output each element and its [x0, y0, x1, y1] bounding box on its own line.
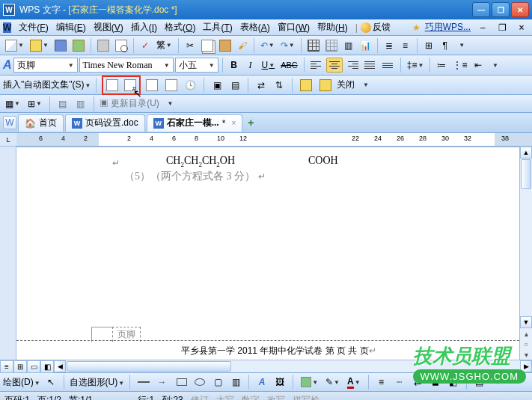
insert-page-number-button[interactable] [104, 78, 120, 93]
save-button[interactable] [52, 38, 69, 53]
print-button[interactable] [95, 38, 111, 53]
bullet-list-button[interactable]: ⋮≡ [450, 58, 469, 73]
vertical-ruler[interactable] [0, 147, 16, 360]
show-previous-button[interactable] [298, 78, 314, 93]
arrow-tool-button[interactable] [155, 375, 171, 390]
traditional-button[interactable]: 繁▼ [154, 38, 174, 53]
line-spacing-button[interactable]: ‡≡▼ [405, 58, 426, 73]
menu-tools[interactable]: 工具(T) [200, 20, 235, 34]
status-num[interactable]: 数字 [242, 394, 260, 401]
link-previous-button[interactable]: ⇄ [254, 78, 269, 93]
columns-button[interactable]: ▥ [341, 38, 356, 53]
show-grid-button[interactable] [323, 38, 340, 53]
workspace-button[interactable] [70, 38, 87, 53]
menu-help[interactable]: 帮助(H) [314, 20, 351, 34]
switch-hf-button[interactable]: ⇅ [272, 78, 287, 93]
font-combo[interactable]: Times New Roman▼ [79, 58, 174, 73]
menu-file[interactable]: 文件(F) [16, 20, 51, 34]
open-button[interactable]: ▼ [28, 38, 51, 53]
mdi-restore-button[interactable]: ❐ [495, 20, 510, 35]
dash-style-button[interactable]: ┈ [392, 375, 407, 390]
insert-autotext-label[interactable]: 插入"自动图文集"(S)▼ [3, 79, 91, 91]
textbox-tool-button[interactable]: ▢ [210, 375, 225, 390]
align-center-button[interactable] [326, 58, 343, 73]
wps-tip-link[interactable]: 巧用WPS... [425, 21, 471, 34]
status-track[interactable]: 修订 [191, 394, 209, 401]
font-color-button[interactable]: A▼ [345, 375, 363, 390]
3d-button[interactable]: ◧ [446, 375, 461, 390]
view-normal-button[interactable]: ≡ [0, 360, 13, 373]
vertical-scrollbar[interactable]: ▲ ▼ ▴ ○ ▾ [519, 147, 532, 360]
drawing-more-button[interactable]: ▼ [490, 375, 505, 390]
show-next-button[interactable] [317, 78, 334, 93]
view-outline-button[interactable]: ⊞ [13, 360, 27, 373]
formatting-more-button[interactable]: ▼ [487, 58, 502, 73]
paste-button[interactable] [217, 38, 233, 53]
align-right-button[interactable] [344, 58, 361, 73]
show-marks-button[interactable]: ¶ [438, 38, 453, 53]
font-size-combo[interactable]: 小五▼ [175, 58, 218, 73]
toc-btn-2[interactable]: ⊞▼ [25, 96, 44, 111]
print-preview-button[interactable] [113, 38, 129, 53]
bold-button[interactable]: B [227, 58, 242, 73]
insert-table-button[interactable] [305, 38, 322, 53]
next-page-button[interactable]: ▾ [520, 349, 532, 360]
fill-color-button[interactable]: ▼ [299, 375, 320, 390]
hscroll-right-button[interactable]: ▶ [520, 360, 532, 372]
rect-tool-button[interactable] [174, 375, 189, 390]
doc-menu-icon[interactable]: W [3, 22, 11, 33]
minimize-button[interactable]: — [472, 2, 490, 17]
insert-date-button[interactable] [163, 78, 180, 93]
select-objects-button[interactable]: ↖ [43, 375, 58, 390]
align-justify-button[interactable] [362, 58, 379, 73]
menu-view[interactable]: 视图(V) [91, 20, 126, 34]
outline-l2-button[interactable]: ≡ [398, 38, 413, 53]
status-caps[interactable]: 大写 [216, 394, 234, 401]
browse-object-button[interactable]: ○ [520, 339, 532, 349]
scroll-down-button[interactable]: ▼ [520, 316, 532, 328]
scroll-up-button[interactable]: ▲ [520, 147, 532, 159]
close-hf-button[interactable]: 关闭 [337, 79, 355, 91]
hscroll-left-button[interactable]: ◀ [54, 360, 66, 372]
number-list-button[interactable]: ≔ [434, 58, 449, 73]
tab-home[interactable]: 🏠 首页 [18, 114, 64, 132]
copy-button[interactable] [199, 38, 215, 53]
oval-tool-button[interactable] [192, 375, 207, 390]
status-ovr[interactable]: 改写 [267, 394, 285, 401]
wordart-button[interactable]: A [254, 375, 269, 390]
menu-edit[interactable]: 编辑(E) [53, 20, 89, 34]
document-page[interactable]: ↵ CH2CH2CH2OH COOH （5）（两个方程式各 3 分） ↵ 页脚 … [16, 147, 519, 360]
vscroll-thumb[interactable] [521, 159, 531, 189]
line-tool-button[interactable] [135, 375, 152, 390]
new-doc-button[interactable]: ▼ [3, 38, 26, 53]
align-distribute-button[interactable] [380, 58, 397, 73]
insert-chart-button[interactable]: 📊 [358, 38, 373, 53]
toolbar-more-button[interactable]: ▼ [454, 38, 469, 53]
menu-insert[interactable]: 插入(I) [128, 20, 160, 34]
arrow-style-button[interactable]: ⇄ [410, 375, 425, 390]
underline-button[interactable]: U▼ [260, 58, 278, 73]
view-web-button[interactable]: ◧ [40, 360, 54, 373]
cut-button[interactable]: ✂ [183, 38, 198, 53]
menu-table[interactable]: 表格(A) [237, 20, 273, 34]
style-combo[interactable]: 页脚▼ [13, 58, 78, 73]
tab-doc-2[interactable]: W石家庄一模... *× [147, 114, 243, 132]
hscroll-track[interactable] [66, 360, 520, 372]
mdi-minimize-button[interactable]: – [475, 20, 490, 35]
hf-toolbar-more-button[interactable]: ▼ [358, 78, 373, 93]
status-ime[interactable]: 拼写检 [293, 394, 319, 401]
undo-button[interactable]: ↶▼ [258, 38, 277, 53]
indent-dec-button[interactable]: ⇤ [471, 58, 486, 73]
draw-menu[interactable]: 绘图(D)▼ [3, 376, 40, 389]
redo-button[interactable]: ↷▼ [278, 38, 297, 53]
shadow-button[interactable]: ◼ [428, 375, 443, 390]
italic-button[interactable]: I [243, 58, 258, 73]
page-setup-button[interactable]: ▣ [210, 78, 224, 93]
vertical-textbox-button[interactable]: ▥ [228, 375, 243, 390]
line-style-button[interactable]: ≡ [374, 375, 389, 390]
horizontal-ruler[interactable]: 6 4 2 2 4 6 8 10 12 22 24 26 28 30 32 38 [16, 133, 532, 147]
menu-feedback[interactable]: 反馈 [373, 21, 391, 34]
view-page-button[interactable]: ▭ [27, 360, 40, 373]
toc-toolbar-more[interactable]: ▼ [162, 96, 177, 111]
close-button[interactable]: ✕ [511, 2, 529, 17]
